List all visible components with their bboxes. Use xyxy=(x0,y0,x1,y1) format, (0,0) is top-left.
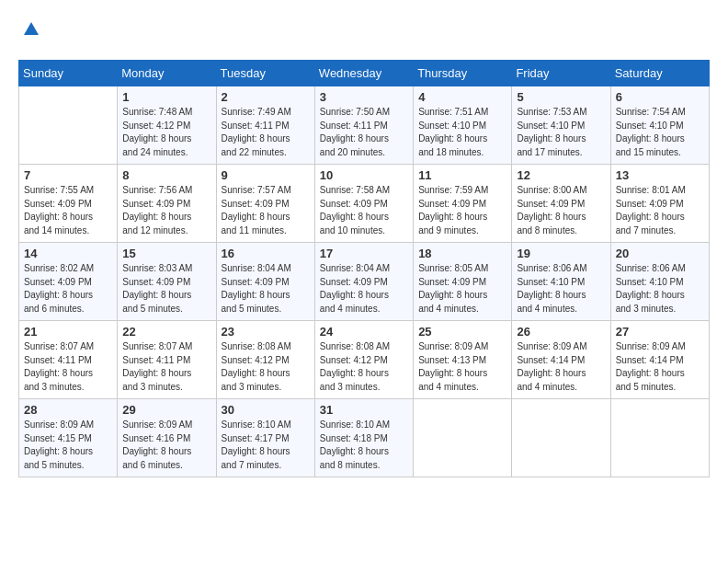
day-info: Sunrise: 8:07 AM Sunset: 4:11 PM Dayligh… xyxy=(24,340,112,394)
day-of-week-monday: Monday xyxy=(118,61,216,86)
calendar-cell: 20Sunrise: 8:06 AM Sunset: 4:10 PM Dayli… xyxy=(610,243,709,321)
day-info: Sunrise: 8:01 AM Sunset: 4:09 PM Dayligh… xyxy=(616,184,704,237)
calendar-cell: 28Sunrise: 8:09 AM Sunset: 4:15 PM Dayli… xyxy=(19,399,118,477)
day-info: Sunrise: 8:04 AM Sunset: 4:09 PM Dayligh… xyxy=(320,262,408,316)
calendar-cell: 10Sunrise: 7:58 AM Sunset: 4:09 PM Dayli… xyxy=(314,165,413,243)
day-of-week-sunday: Sunday xyxy=(19,61,118,86)
day-info: Sunrise: 8:07 AM Sunset: 4:11 PM Dayligh… xyxy=(122,340,210,394)
day-of-week-friday: Friday xyxy=(512,61,610,86)
calendar-table: SundayMondayTuesdayWednesdayThursdayFrid… xyxy=(18,60,710,477)
calendar-cell xyxy=(512,399,610,477)
calendar-cell: 29Sunrise: 8:09 AM Sunset: 4:16 PM Dayli… xyxy=(118,399,216,477)
day-number: 30 xyxy=(222,403,310,417)
day-number: 25 xyxy=(418,325,506,339)
calendar-cell: 7Sunrise: 7:55 AM Sunset: 4:09 PM Daylig… xyxy=(19,165,118,243)
day-number: 8 xyxy=(122,168,210,182)
day-info: Sunrise: 8:10 AM Sunset: 4:18 PM Dayligh… xyxy=(320,419,408,472)
day-info: Sunrise: 8:03 AM Sunset: 4:09 PM Dayligh… xyxy=(122,262,210,316)
day-number: 1 xyxy=(122,90,210,104)
day-number: 22 xyxy=(122,325,210,339)
day-info: Sunrise: 8:09 AM Sunset: 4:14 PM Dayligh… xyxy=(616,340,704,394)
day-number: 6 xyxy=(616,90,704,104)
calendar-cell: 15Sunrise: 8:03 AM Sunset: 4:09 PM Dayli… xyxy=(118,243,216,321)
calendar-cell: 5Sunrise: 7:53 AM Sunset: 4:10 PM Daylig… xyxy=(512,86,610,165)
calendar-cell: 19Sunrise: 8:06 AM Sunset: 4:10 PM Dayli… xyxy=(512,243,610,321)
page-header xyxy=(18,18,710,45)
day-number: 21 xyxy=(24,325,112,339)
day-number: 15 xyxy=(122,247,210,260)
calendar-cell: 11Sunrise: 7:59 AM Sunset: 4:09 PM Dayli… xyxy=(414,165,512,243)
day-info: Sunrise: 8:00 AM Sunset: 4:09 PM Dayligh… xyxy=(517,184,605,237)
calendar-cell: 9Sunrise: 7:57 AM Sunset: 4:09 PM Daylig… xyxy=(216,165,314,243)
day-info: Sunrise: 8:04 AM Sunset: 4:09 PM Dayligh… xyxy=(222,262,310,316)
day-number: 18 xyxy=(418,247,506,260)
calendar-cell: 30Sunrise: 8:10 AM Sunset: 4:17 PM Dayli… xyxy=(216,399,314,477)
calendar-cell: 3Sunrise: 7:50 AM Sunset: 4:11 PM Daylig… xyxy=(314,86,413,165)
calendar-cell: 23Sunrise: 8:08 AM Sunset: 4:12 PM Dayli… xyxy=(216,321,314,399)
day-number: 19 xyxy=(517,247,605,260)
day-info: Sunrise: 7:54 AM Sunset: 4:10 PM Dayligh… xyxy=(616,106,704,159)
day-info: Sunrise: 7:57 AM Sunset: 4:09 PM Dayligh… xyxy=(222,184,310,237)
day-number: 9 xyxy=(222,168,310,182)
day-number: 17 xyxy=(320,247,408,260)
day-info: Sunrise: 7:48 AM Sunset: 4:12 PM Dayligh… xyxy=(122,106,210,159)
calendar-cell: 16Sunrise: 8:04 AM Sunset: 4:09 PM Dayli… xyxy=(216,243,314,321)
day-number: 31 xyxy=(320,403,408,417)
day-info: Sunrise: 7:59 AM Sunset: 4:09 PM Dayligh… xyxy=(418,184,506,237)
day-info: Sunrise: 8:09 AM Sunset: 4:16 PM Dayligh… xyxy=(122,419,210,472)
day-info: Sunrise: 7:51 AM Sunset: 4:10 PM Dayligh… xyxy=(418,106,506,159)
day-info: Sunrise: 8:09 AM Sunset: 4:13 PM Dayligh… xyxy=(418,340,506,394)
day-number: 20 xyxy=(616,247,704,260)
day-number: 5 xyxy=(517,90,605,104)
day-number: 2 xyxy=(222,90,310,104)
calendar-cell: 2Sunrise: 7:49 AM Sunset: 4:11 PM Daylig… xyxy=(216,86,314,165)
svg-marker-0 xyxy=(24,22,39,35)
day-number: 29 xyxy=(122,403,210,417)
day-number: 11 xyxy=(418,168,506,182)
day-of-week-thursday: Thursday xyxy=(414,61,512,86)
day-info: Sunrise: 8:09 AM Sunset: 4:14 PM Dayligh… xyxy=(517,340,605,394)
calendar-cell xyxy=(610,399,709,477)
calendar-cell: 27Sunrise: 8:09 AM Sunset: 4:14 PM Dayli… xyxy=(610,321,709,399)
day-info: Sunrise: 8:08 AM Sunset: 4:12 PM Dayligh… xyxy=(320,340,408,394)
day-info: Sunrise: 7:58 AM Sunset: 4:09 PM Dayligh… xyxy=(320,184,408,237)
day-number: 13 xyxy=(616,168,704,182)
day-number: 16 xyxy=(222,247,310,260)
day-of-week-saturday: Saturday xyxy=(610,61,709,86)
day-number: 28 xyxy=(24,403,112,417)
calendar-cell: 13Sunrise: 8:01 AM Sunset: 4:09 PM Dayli… xyxy=(610,165,709,243)
day-info: Sunrise: 8:05 AM Sunset: 4:09 PM Dayligh… xyxy=(418,262,506,316)
day-of-week-wednesday: Wednesday xyxy=(314,61,413,86)
day-number: 27 xyxy=(616,325,704,339)
calendar-cell: 17Sunrise: 8:04 AM Sunset: 4:09 PM Dayli… xyxy=(314,243,413,321)
day-number: 26 xyxy=(517,325,605,339)
day-info: Sunrise: 8:06 AM Sunset: 4:10 PM Dayligh… xyxy=(616,262,704,316)
day-number: 4 xyxy=(418,90,506,104)
day-of-week-tuesday: Tuesday xyxy=(216,61,314,86)
day-number: 14 xyxy=(24,247,112,260)
calendar-cell: 18Sunrise: 8:05 AM Sunset: 4:09 PM Dayli… xyxy=(414,243,512,321)
day-number: 7 xyxy=(24,168,112,182)
day-number: 3 xyxy=(320,90,408,104)
logo-icon xyxy=(20,18,42,40)
calendar-cell: 25Sunrise: 8:09 AM Sunset: 4:13 PM Dayli… xyxy=(414,321,512,399)
day-info: Sunrise: 7:53 AM Sunset: 4:10 PM Dayligh… xyxy=(517,106,605,159)
day-info: Sunrise: 7:49 AM Sunset: 4:11 PM Dayligh… xyxy=(222,106,310,159)
day-info: Sunrise: 8:09 AM Sunset: 4:15 PM Dayligh… xyxy=(24,419,112,472)
calendar-cell: 26Sunrise: 8:09 AM Sunset: 4:14 PM Dayli… xyxy=(512,321,610,399)
calendar-cell: 14Sunrise: 8:02 AM Sunset: 4:09 PM Dayli… xyxy=(19,243,118,321)
day-info: Sunrise: 8:08 AM Sunset: 4:12 PM Dayligh… xyxy=(222,340,310,394)
calendar-cell: 24Sunrise: 8:08 AM Sunset: 4:12 PM Dayli… xyxy=(314,321,413,399)
calendar-cell: 1Sunrise: 7:48 AM Sunset: 4:12 PM Daylig… xyxy=(118,86,216,165)
day-info: Sunrise: 8:02 AM Sunset: 4:09 PM Dayligh… xyxy=(24,262,112,316)
calendar-cell: 22Sunrise: 8:07 AM Sunset: 4:11 PM Dayli… xyxy=(118,321,216,399)
calendar-cell: 12Sunrise: 8:00 AM Sunset: 4:09 PM Dayli… xyxy=(512,165,610,243)
day-info: Sunrise: 7:56 AM Sunset: 4:09 PM Dayligh… xyxy=(122,184,210,237)
calendar-cell: 31Sunrise: 8:10 AM Sunset: 4:18 PM Dayli… xyxy=(314,399,413,477)
day-info: Sunrise: 8:10 AM Sunset: 4:17 PM Dayligh… xyxy=(222,419,310,472)
calendar-cell: 8Sunrise: 7:56 AM Sunset: 4:09 PM Daylig… xyxy=(118,165,216,243)
logo xyxy=(18,18,42,45)
day-number: 12 xyxy=(517,168,605,182)
calendar-cell: 4Sunrise: 7:51 AM Sunset: 4:10 PM Daylig… xyxy=(414,86,512,165)
calendar-cell xyxy=(19,86,118,165)
